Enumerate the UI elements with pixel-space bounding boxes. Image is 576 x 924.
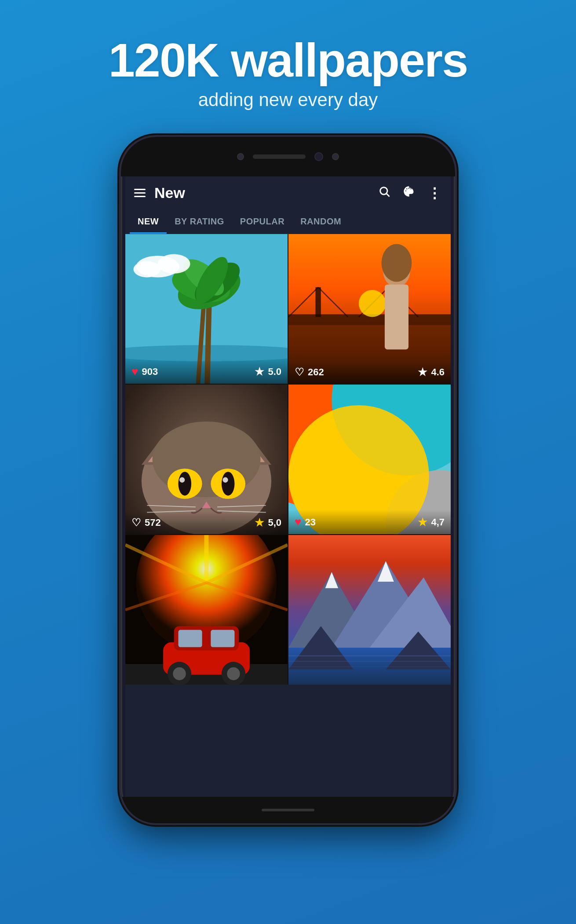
wallpaper-rating-cat: ★ 5,0 xyxy=(255,517,281,529)
home-button xyxy=(262,809,314,811)
star-icon-abstract: ★ xyxy=(418,516,427,528)
phone-bottom-bezel xyxy=(121,797,455,823)
front-camera xyxy=(314,152,323,161)
wallpaper-likes-abstract: ♥ 23 xyxy=(295,515,316,529)
wallpaper-overlay-cat: ♡ 572 ★ 5,0 xyxy=(125,511,288,534)
svg-rect-65 xyxy=(179,630,202,647)
wallpaper-item-girl[interactable]: ♡ 262 ★ 4.6 xyxy=(288,234,451,384)
svg-point-25 xyxy=(359,290,386,317)
likes-count-beach: 903 xyxy=(142,366,158,378)
likes-count-abstract: 23 xyxy=(305,517,315,528)
wallpaper-grid: ♥ 903 ★ 5.0 xyxy=(125,234,451,685)
star-icon-girl: ★ xyxy=(418,366,427,378)
heart-outline-icon-cat: ♡ xyxy=(131,517,141,529)
heart-filled-icon-abstract: ♥ xyxy=(295,515,301,529)
search-icon[interactable] xyxy=(378,185,390,201)
svg-point-0 xyxy=(380,187,387,194)
wallpaper-rating-girl: ★ 4.6 xyxy=(418,366,445,378)
tab-random[interactable]: RANDOM xyxy=(292,209,349,234)
more-options-icon[interactable]: ⋮ xyxy=(427,186,442,200)
tab-by-rating[interactable]: BY RATING xyxy=(167,209,232,234)
hamburger-line-2 xyxy=(134,192,146,194)
heart-outline-icon: ♡ xyxy=(295,366,304,378)
app-header-left: New xyxy=(134,184,185,202)
wallpaper-item-abstract[interactable]: ♥ 23 ★ 4,7 xyxy=(288,385,451,534)
star-icon-cat: ★ xyxy=(255,517,264,529)
tab-new[interactable]: NEW xyxy=(130,209,167,234)
svg-point-28 xyxy=(382,244,412,282)
wallpaper-overlay-abstract: ♥ 23 ★ 4,7 xyxy=(288,510,451,534)
rating-value-girl: 4.6 xyxy=(431,367,445,378)
app-header: New ⋮ xyxy=(125,176,451,209)
svg-point-40 xyxy=(179,477,185,483)
phone-frame: New ⋮ xyxy=(121,137,455,823)
phone-mockup: New ⋮ xyxy=(121,137,455,823)
headline: 120K wallpapers xyxy=(109,35,467,85)
svg-point-39 xyxy=(222,472,235,496)
hamburger-line-1 xyxy=(134,189,146,190)
rating-value-abstract: 4,7 xyxy=(431,517,445,528)
svg-point-15 xyxy=(133,261,160,278)
svg-point-70 xyxy=(227,667,240,681)
wallpaper-overlay-beach: ♥ 903 ★ 5.0 xyxy=(125,359,288,384)
svg-rect-27 xyxy=(385,285,408,350)
heart-filled-icon: ♥ xyxy=(131,365,138,378)
phone-screen: New ⋮ xyxy=(125,176,451,797)
wallpaper-item-cat[interactable]: ♡ 572 ★ 5,0 xyxy=(125,385,288,534)
wallpaper-likes-cat: ♡ 572 xyxy=(131,517,161,529)
hamburger-line-3 xyxy=(134,196,146,197)
subheadline: adding new every day xyxy=(109,89,467,110)
svg-point-41 xyxy=(222,477,228,483)
wallpaper-rating-abstract: ★ 4,7 xyxy=(418,516,445,528)
palette-icon[interactable] xyxy=(403,185,415,201)
svg-rect-18 xyxy=(316,287,321,317)
rating-value-beach: 5.0 xyxy=(268,366,281,378)
wallpaper-item-mountain[interactable] xyxy=(288,535,451,685)
app-header-right: ⋮ xyxy=(378,185,442,201)
likes-count-cat: 572 xyxy=(145,517,161,528)
likes-count-girl: 262 xyxy=(308,367,324,378)
svg-point-68 xyxy=(173,667,186,681)
wallpaper-item-car[interactable] xyxy=(125,535,288,685)
svg-point-14 xyxy=(158,254,190,274)
star-icon-beach: ★ xyxy=(255,366,264,378)
tab-bar: NEW BY RATING POPULAR RANDOM xyxy=(125,209,451,234)
svg-line-1 xyxy=(386,194,389,197)
hamburger-menu-button[interactable] xyxy=(134,189,146,197)
app-title: New xyxy=(154,184,185,202)
svg-point-38 xyxy=(179,472,192,496)
rating-value-cat: 5,0 xyxy=(268,517,281,528)
camera-dot-left xyxy=(237,153,244,160)
wallpaper-likes-beach: ♥ 903 xyxy=(131,365,158,378)
wallpaper-likes-girl: ♡ 262 xyxy=(295,366,324,378)
wallpaper-rating-beach: ★ 5.0 xyxy=(255,366,281,378)
wallpaper-item-beach[interactable]: ♥ 903 ★ 5.0 xyxy=(125,234,288,384)
tab-popular[interactable]: POPULAR xyxy=(232,209,292,234)
wallpaper-overlay-girl: ♡ 262 ★ 4.6 xyxy=(288,361,451,384)
svg-rect-66 xyxy=(211,630,234,647)
phone-speaker xyxy=(253,154,306,159)
camera-dot-right xyxy=(332,153,339,160)
phone-top-bezel xyxy=(121,137,455,176)
